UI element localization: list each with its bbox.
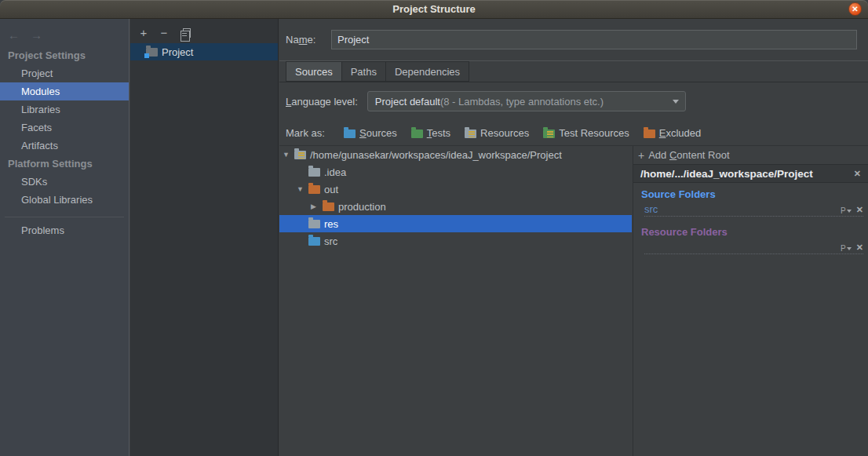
sidebar-item-problems[interactable]: Problems <box>0 221 129 239</box>
forward-icon[interactable]: → <box>31 28 42 42</box>
sidebar-divider <box>5 217 124 217</box>
tree-row-label: src <box>324 235 337 247</box>
sidebar-item-libraries[interactable]: Libraries <box>0 100 129 119</box>
mark-as-label: Mark as: <box>286 127 344 139</box>
resource-folder-row-empty[interactable]: P ✕ <box>644 240 863 254</box>
module-icon <box>146 48 158 57</box>
folder-icon <box>308 168 320 177</box>
mark-as-row: Mark as: Sources Tests Resources Test Re… <box>286 123 868 143</box>
tree-row-label: production <box>338 201 386 213</box>
chevron-down-icon <box>673 100 679 104</box>
excluded-folder-icon <box>644 130 655 138</box>
close-icon[interactable]: ✕ <box>848 2 862 16</box>
language-level-value: Project default <box>375 96 440 108</box>
tree-row-label: out <box>324 184 338 195</box>
name-label: Name: <box>286 34 331 46</box>
plus-icon: + <box>638 149 644 162</box>
sidebar-item-modules[interactable]: Modules <box>0 82 129 100</box>
source-folder-icon <box>308 237 320 246</box>
tab-sources[interactable]: Sources <box>286 61 342 82</box>
settings-sidebar: ← → Project Settings Project Modules Lib… <box>0 19 129 456</box>
language-level-value-hint: (8 - Lambdas, type annotations etc.) <box>440 96 604 108</box>
remove-content-root-icon[interactable]: ✕ <box>854 169 861 179</box>
copy-module-icon[interactable] <box>183 28 191 38</box>
content-root-icon <box>294 151 306 159</box>
module-name-input[interactable] <box>331 30 857 49</box>
sidebar-item-facets[interactable]: Facets <box>0 119 129 137</box>
tree-row-idea[interactable]: .idea <box>279 163 632 181</box>
window-title: Project Structure <box>392 3 475 15</box>
section-header-project-settings: Project Settings <box>0 46 129 64</box>
tree-row-label: .idea <box>324 166 346 178</box>
tree-row-project-root[interactable]: ▼ /home/gunasekar/workspaces/ideaJ_works… <box>279 146 632 163</box>
sidebar-item-project[interactable]: Project <box>0 64 129 82</box>
sidebar-item-sdks[interactable]: SDKs <box>0 173 129 191</box>
tree-row-res[interactable]: res <box>279 215 632 232</box>
module-item-label: Project <box>162 46 193 58</box>
remove-folder-icon[interactable]: ✕ <box>856 205 863 215</box>
tab-dependencies[interactable]: Dependencies <box>386 61 469 82</box>
collapse-icon[interactable]: ▼ <box>297 185 308 193</box>
back-icon[interactable]: ← <box>8 28 20 42</box>
folder-icon <box>308 220 320 228</box>
language-level-label: Language level: <box>286 96 358 108</box>
tree-row-src[interactable]: src <box>279 232 632 250</box>
module-tabs: Sources Paths Dependencies <box>286 61 469 82</box>
resource-folder-icon <box>465 130 476 138</box>
folder-properties-icon[interactable]: P <box>841 244 852 253</box>
excluded-folder-icon <box>308 185 320 194</box>
tab-paths[interactable]: Paths <box>342 61 386 82</box>
source-folder-row-src[interactable]: src P ✕ <box>644 202 863 217</box>
remove-module-icon[interactable]: − <box>159 28 170 38</box>
section-header-platform-settings: Platform Settings <box>0 155 129 173</box>
source-folder-icon <box>344 130 356 138</box>
content-root-details-panel: + Add Content Root /home/.../ideaJ_works… <box>633 146 868 456</box>
tree-row-label: /home/gunasekar/workspaces/ideaJ_workspa… <box>310 149 562 161</box>
mark-excluded-button[interactable]: Excluded <box>644 127 701 139</box>
sidebar-item-artifacts[interactable]: Artifacts <box>0 137 129 155</box>
tree-row-out[interactable]: ▼ out <box>279 181 632 198</box>
tree-row-label: res <box>324 218 338 230</box>
collapse-icon[interactable]: ▼ <box>283 151 294 159</box>
resource-folders-title: Resource Folders <box>641 226 868 240</box>
mark-tests-button[interactable]: Tests <box>411 127 450 139</box>
window-titlebar: Project Structure ✕ <box>0 0 868 19</box>
module-list-item-project[interactable]: Project <box>130 43 278 60</box>
folder-properties-icon[interactable]: P <box>841 206 852 215</box>
source-folder-link[interactable]: src <box>644 203 841 215</box>
chevron-down-icon <box>847 210 852 213</box>
sidebar-item-global-libraries[interactable]: Global Libraries <box>0 191 129 209</box>
content-root-header[interactable]: /home/.../ideaJ_workspace/Project ✕ <box>633 164 868 183</box>
test-folder-icon <box>411 130 423 138</box>
mark-resources-button[interactable]: Resources <box>465 127 529 139</box>
module-editor-panel: Name: Sources Paths Dependencies Languag… <box>279 19 868 456</box>
source-folders-title: Source Folders <box>641 188 868 202</box>
remove-folder-icon[interactable]: ✕ <box>856 243 863 253</box>
add-content-root-button[interactable]: + Add Content Root <box>633 146 868 164</box>
tabs-underline <box>279 82 868 82</box>
content-root-path: /home/.../ideaJ_workspace/Project <box>640 168 813 180</box>
mark-sources-button[interactable]: Sources <box>344 127 397 139</box>
combo-arrow-zone[interactable] <box>666 92 685 111</box>
mark-test-resources-button[interactable]: Test Resources <box>543 127 629 139</box>
test-resource-folder-icon <box>543 130 555 138</box>
chevron-down-icon <box>847 247 852 250</box>
expand-icon[interactable]: ▶ <box>311 202 323 210</box>
add-module-icon[interactable]: + <box>138 28 149 38</box>
content-root-tree: ▼ /home/gunasekar/workspaces/ideaJ_works… <box>279 146 632 456</box>
module-list-panel: + − Project <box>130 19 279 456</box>
name-row: Name: <box>286 29 857 49</box>
language-level-select[interactable]: Project default (8 - Lambdas, type annot… <box>367 91 686 111</box>
module-toolbar: + − <box>130 19 278 40</box>
language-level-row: Language level: Project default (8 - Lam… <box>286 91 686 111</box>
tree-row-production[interactable]: ▶ production <box>279 198 632 215</box>
history-nav: ← → <box>0 24 129 46</box>
excluded-folder-icon <box>323 202 334 211</box>
